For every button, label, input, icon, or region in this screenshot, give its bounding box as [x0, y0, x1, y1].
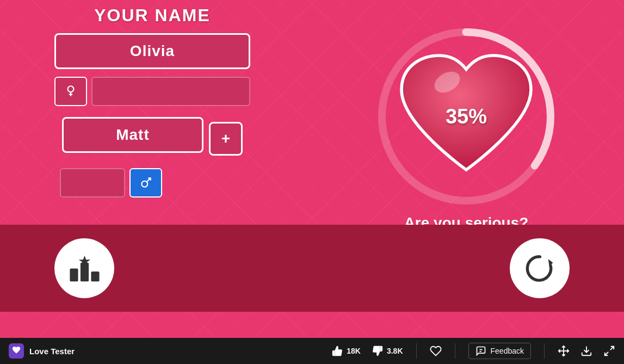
dislike-count: 3.8K [387, 347, 403, 355]
download-icon [580, 345, 592, 357]
replay-icon [522, 251, 558, 286]
male-gender-btn[interactable] [129, 168, 162, 198]
taskbar-app-info: Love Tester [9, 343, 75, 359]
dislike-action[interactable]: 3.8K [372, 345, 403, 357]
partner-row: Matt + [62, 117, 243, 161]
feedback-icon [475, 346, 486, 356]
favorite-button[interactable] [430, 345, 442, 357]
download-button[interactable] [580, 345, 592, 357]
percentage-display: 35% [446, 105, 487, 128]
name2-display[interactable]: Matt [62, 117, 203, 153]
divider-3 [544, 343, 545, 359]
add-partner-button[interactable]: + [209, 122, 243, 156]
svg-point-0 [68, 86, 74, 92]
gender-bar-1 [91, 77, 250, 106]
fullscreen-button[interactable] [603, 345, 615, 357]
svg-rect-10 [91, 271, 99, 281]
leaderboard-button[interactable] [54, 238, 114, 298]
like-count: 18K [347, 347, 361, 355]
taskbar: Love Tester 18K 3.8K [0, 338, 624, 364]
app-name-label: Love Tester [29, 347, 75, 356]
move-button[interactable] [558, 345, 570, 357]
game-area: YOUR NAME Olivia Matt + [0, 0, 624, 338]
svg-point-3 [141, 181, 147, 187]
gender-row-1 [54, 77, 250, 106]
gender-bar-2 [60, 168, 125, 198]
name1-display[interactable]: Olivia [54, 33, 250, 69]
dislike-icon [372, 345, 384, 357]
left-panel: YOUR NAME Olivia Matt + [0, 0, 305, 256]
female-gender-btn[interactable] [54, 77, 87, 106]
divider-2 [455, 343, 455, 359]
svg-line-19 [605, 352, 608, 355]
feedback-button[interactable]: Feedback [468, 343, 531, 359]
divider-1 [416, 343, 417, 359]
taskbar-actions: 18K 3.8K Feedback [331, 343, 615, 359]
right-panel: 35% Are you serious? [308, 0, 624, 256]
move-icon [558, 345, 570, 357]
fullscreen-icon [603, 345, 615, 357]
replay-button[interactable] [510, 238, 570, 298]
like-action[interactable]: 18K [331, 345, 361, 357]
heart-container: 35% [390, 40, 542, 193]
svg-line-18 [610, 347, 614, 350]
svg-rect-8 [70, 268, 78, 281]
your-name-title: YOUR NAME [94, 5, 211, 26]
gender-row-2 [60, 168, 245, 198]
app-icon [9, 343, 24, 359]
leaderboard-icon [67, 251, 102, 286]
bottom-icons-area [0, 225, 624, 312]
feedback-label: Feedback [491, 347, 524, 355]
progress-circle-container: 35% [374, 24, 559, 209]
heart-icon [430, 345, 442, 357]
like-icon [331, 345, 343, 357]
